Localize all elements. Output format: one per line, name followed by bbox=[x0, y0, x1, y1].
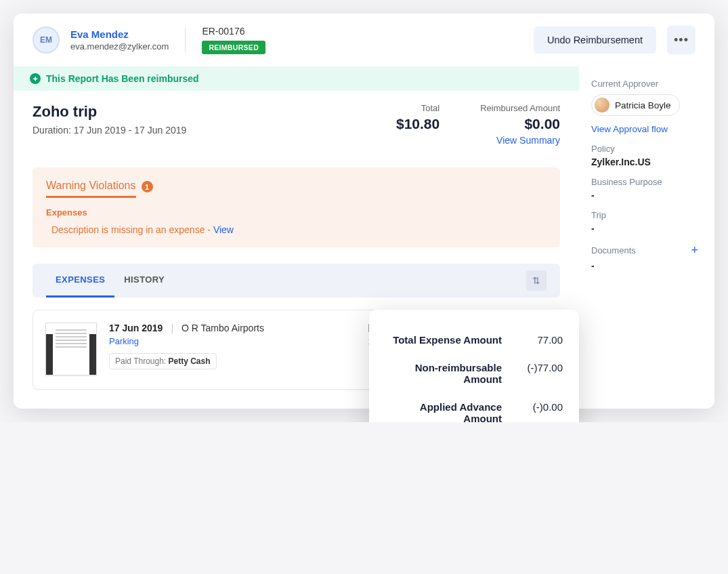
reimb-label: Reimbursed Amount bbox=[480, 103, 560, 113]
expense-category-link[interactable]: Parking bbox=[109, 336, 356, 346]
check-icon: ✦ bbox=[30, 73, 41, 84]
summary-row: Applied Advance Amount (-)0.00 bbox=[385, 393, 563, 422]
business-purpose-label: Business Purpose bbox=[591, 177, 698, 187]
violation-view-link[interactable]: View bbox=[213, 224, 234, 235]
summary-value: (-)77.00 bbox=[515, 362, 563, 373]
summary-label: Non-reimbursable Amount bbox=[385, 362, 502, 385]
documents-label: Documents bbox=[591, 245, 636, 255]
total-block: Total $10.80 bbox=[396, 103, 440, 146]
paid-through-chip: Paid Through: Petty Cash bbox=[109, 353, 217, 369]
violations-panel: Warning Violations 1 Expenses Descriptio… bbox=[33, 167, 560, 247]
user-block: Eva Mendez eva.mendez@zylker.com bbox=[70, 28, 169, 52]
status-badge: REIMBURSED bbox=[202, 41, 265, 54]
sidebar: Current Approver Patricia Boyle View App… bbox=[579, 66, 714, 409]
view-summary-link[interactable]: View Summary bbox=[480, 135, 560, 146]
summary-popover: Total Expense Amount 77.00 Non-reimbursa… bbox=[369, 310, 579, 422]
violations-count-badge: 1 bbox=[142, 181, 153, 192]
reimb-block: Reimbursed Amount $0.00 View Summary bbox=[480, 103, 560, 146]
report-id: ER-00176 bbox=[202, 26, 265, 37]
user-name-link[interactable]: Eva Mendez bbox=[70, 28, 169, 40]
summary-row: Total Expense Amount 77.00 bbox=[385, 326, 563, 354]
summary-row: Non-reimbursable Amount (-)77.00 bbox=[385, 354, 563, 393]
violation-item: Description is missing in an expense - V… bbox=[46, 224, 547, 235]
paid-prefix: Paid Through: bbox=[115, 356, 169, 366]
user-email: eva.mendez@zylker.com bbox=[70, 41, 169, 52]
view-approval-flow-link[interactable]: View Approval flow bbox=[591, 124, 698, 134]
title-row: Zoho trip Duration: 17 Jun 2019 - 17 Jun… bbox=[14, 91, 579, 151]
total-value: $10.80 bbox=[396, 116, 440, 132]
violations-title: Warning Violations bbox=[46, 180, 136, 198]
amounts: Total $10.80 Reimbursed Amount $0.00 Vie… bbox=[396, 103, 560, 146]
violation-text: Description is missing in an expense - bbox=[51, 224, 213, 235]
user-avatar[interactable]: EM bbox=[33, 26, 60, 54]
trip-block: Zoho trip Duration: 17 Jun 2019 - 17 Jun… bbox=[33, 103, 186, 136]
total-label: Total bbox=[396, 103, 440, 113]
expense-place: O R Tambo Airports bbox=[181, 323, 264, 333]
tab-history[interactable]: HISTORY bbox=[114, 264, 174, 298]
tabs: EXPENSES HISTORY ⇅ bbox=[33, 264, 560, 298]
expense-date: 17 Jun 2019 bbox=[109, 323, 163, 333]
banner-text: This Report Has Been reimbursed bbox=[46, 73, 199, 84]
trip-duration: Duration: 17 Jun 2019 - 17 Jun 2019 bbox=[33, 125, 186, 136]
reimbursed-banner: ✦ This Report Has Been reimbursed bbox=[14, 66, 579, 91]
summary-value: 77.00 bbox=[515, 334, 563, 346]
policy-value: Zylker.Inc.US bbox=[591, 157, 698, 167]
business-purpose-value: - bbox=[591, 190, 698, 201]
separator: | bbox=[171, 323, 173, 333]
paid-value: Petty Cash bbox=[169, 356, 211, 366]
expense-info: 17 Jun 2019 | O R Tambo Airports Parking… bbox=[109, 323, 356, 369]
approver-avatar-icon bbox=[595, 98, 609, 112]
undo-reimbursement-button[interactable]: Undo Reimbursement bbox=[534, 26, 656, 54]
approver-label: Current Approver bbox=[591, 79, 698, 89]
more-actions-button[interactable]: ••• bbox=[667, 26, 695, 54]
reimb-value: $0.00 bbox=[480, 116, 560, 132]
receipt-thumbnail-icon[interactable] bbox=[45, 323, 97, 375]
summary-value: (-)0.00 bbox=[515, 401, 563, 413]
violations-section-label: Expenses bbox=[46, 207, 547, 218]
tab-expenses[interactable]: EXPENSES bbox=[46, 264, 114, 298]
trip-title: Zoho trip bbox=[33, 103, 186, 121]
header: EM Eva Mendez eva.mendez@zylker.com ER-0… bbox=[14, 14, 714, 66]
trip-label: Trip bbox=[591, 210, 698, 220]
add-document-icon[interactable]: + bbox=[691, 243, 698, 258]
trip-value: - bbox=[591, 223, 698, 234]
approver-name: Patricia Boyle bbox=[615, 100, 671, 110]
body: ✦ This Report Has Been reimbursed Zoho t… bbox=[14, 66, 714, 409]
approver-chip[interactable]: Patricia Boyle bbox=[591, 94, 680, 116]
divider bbox=[185, 28, 186, 52]
documents-value: - bbox=[591, 260, 698, 271]
sort-icon[interactable]: ⇅ bbox=[526, 270, 547, 291]
report-window: EM Eva Mendez eva.mendez@zylker.com ER-0… bbox=[14, 14, 714, 409]
report-block: ER-00176 REIMBURSED bbox=[202, 26, 265, 54]
summary-label: Applied Advance Amount bbox=[385, 401, 502, 422]
summary-label: Total Expense Amount bbox=[385, 334, 502, 346]
policy-label: Policy bbox=[591, 144, 698, 154]
